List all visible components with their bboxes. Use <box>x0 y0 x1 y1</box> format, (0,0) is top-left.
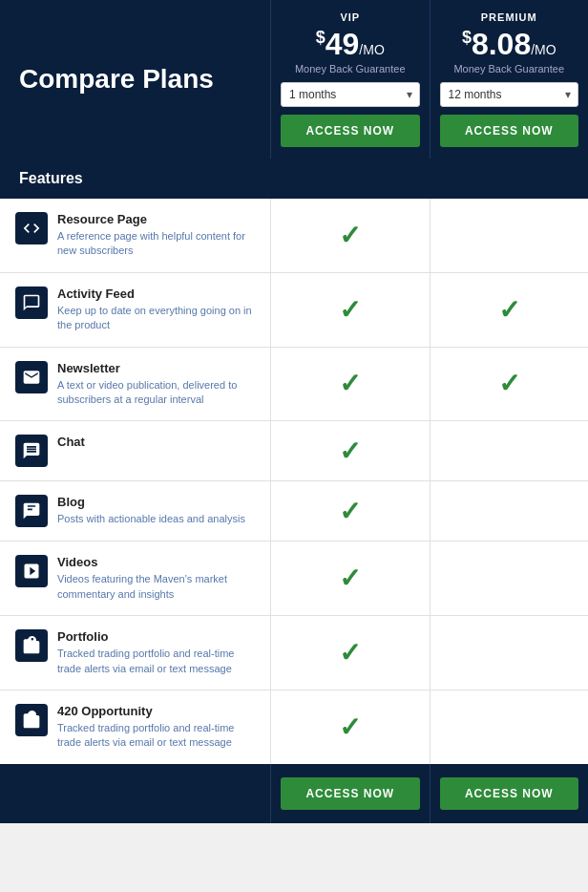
portfolio-icon <box>15 629 48 662</box>
check-icon: ✓ <box>339 563 361 594</box>
feature-info-portfolio: PortfolioTracked trading portfolio and r… <box>0 616 270 690</box>
videos-desc: Videos featuring the Maven's market comm… <box>57 572 255 602</box>
feature-row: Chat✓ <box>0 421 588 481</box>
resource-page-title: Resource Page <box>57 212 255 226</box>
resource-page-vip-check: ✓ <box>270 199 430 272</box>
vip-price-period: /MO <box>359 42 384 57</box>
blog-premium-check <box>430 481 589 541</box>
feature-row: Resource PageA reference page with helpf… <box>0 199 588 273</box>
feature-row: BlogPosts with actionable ideas and anal… <box>0 481 588 542</box>
feature-row: VideosVideos featuring the Maven's marke… <box>0 542 588 616</box>
premium-price-symbol: $ <box>462 28 472 47</box>
chat-title: Chat <box>57 435 255 449</box>
resource-page-icon <box>15 212 48 244</box>
feature-info-videos: VideosVideos featuring the Maven's marke… <box>0 542 270 615</box>
features-header: Features <box>0 159 588 199</box>
newsletter-desc: A text or video publication, delivered t… <box>57 378 255 408</box>
footer-left <box>0 764 270 823</box>
footer-vip-btn[interactable]: ACCESS NOW <box>281 777 420 810</box>
features-label: Features <box>19 170 83 186</box>
activity-feed-icon <box>15 287 48 319</box>
vip-access-btn[interactable]: ACCESS NOW <box>281 115 420 147</box>
activity-feed-premium-check: ✓ <box>430 273 589 347</box>
chat-vip-check: ✓ <box>270 421 430 480</box>
activity-feed-vip-check: ✓ <box>270 273 430 347</box>
newsletter-premium-check: ✓ <box>430 348 589 421</box>
check-icon: ✓ <box>339 368 361 399</box>
feature-info-newsletter: NewsletterA text or video publication, d… <box>0 348 270 421</box>
feature-info-chat: Chat <box>0 421 270 480</box>
activity-feed-title: Activity Feed <box>57 287 255 301</box>
vip-price: $49/MO <box>316 29 385 59</box>
premium-access-btn[interactable]: ACCESS NOW <box>440 115 579 147</box>
check-icon: ✓ <box>339 711 361 743</box>
420-opportunity-desc: Tracked trading portfolio and real-time … <box>57 721 255 751</box>
footer-premium-btn[interactable]: ACCESS NOW <box>440 777 579 810</box>
footer-premium-col: ACCESS NOW <box>430 764 589 823</box>
vip-money-back: Money Back Guarantee <box>295 63 406 74</box>
premium-price-period: /MO <box>531 42 556 57</box>
blog-title: Blog <box>57 495 255 509</box>
portfolio-vip-check: ✓ <box>270 616 430 690</box>
check-icon: ✓ <box>498 368 520 399</box>
portfolio-title: Portfolio <box>57 629 255 644</box>
resource-page-premium-check <box>430 199 589 272</box>
check-icon: ✓ <box>339 220 361 251</box>
footer-vip-col: ACCESS NOW <box>270 764 430 823</box>
feature-info-420-opportunity: 420 OpportunityTracked trading portfolio… <box>0 690 270 764</box>
chat-icon <box>15 435 48 467</box>
check-icon: ✓ <box>339 496 361 527</box>
newsletter-vip-check: ✓ <box>270 348 430 421</box>
check-icon: ✓ <box>498 294 520 326</box>
feature-info-blog: BlogPosts with actionable ideas and anal… <box>0 481 270 541</box>
premium-price: $8.08/MO <box>462 29 556 59</box>
vip-price-symbol: $ <box>316 28 326 47</box>
premium-label: PREMIUM <box>481 11 537 23</box>
check-icon: ✓ <box>339 637 361 669</box>
blog-icon <box>15 495 48 527</box>
portfolio-desc: Tracked trading portfolio and real-time … <box>57 647 255 676</box>
check-icon: ✓ <box>339 294 361 326</box>
feature-info-resource-page: Resource PageA reference page with helpf… <box>0 199 270 272</box>
420-opportunity-vip-check: ✓ <box>270 690 430 764</box>
videos-title: Videos <box>57 555 255 569</box>
premium-price-amount: 8.08 <box>472 27 531 61</box>
chat-premium-check <box>430 421 589 480</box>
videos-premium-check <box>430 542 589 615</box>
feature-row: NewsletterA text or video publication, d… <box>0 348 588 422</box>
420-opportunity-premium-check <box>430 690 589 764</box>
videos-vip-check: ✓ <box>270 542 430 615</box>
newsletter-icon <box>15 361 48 393</box>
blog-desc: Posts with actionable ideas and analysis <box>57 512 255 526</box>
feature-row: 420 OpportunityTracked trading portfolio… <box>0 690 588 764</box>
vip-price-amount: 49 <box>326 27 360 61</box>
blog-vip-check: ✓ <box>270 481 430 541</box>
420-opportunity-icon <box>15 704 48 736</box>
feature-row: Activity FeedKeep up to date on everythi… <box>0 273 588 348</box>
videos-icon <box>15 555 48 587</box>
vip-label: VIP <box>340 11 360 23</box>
premium-months-select[interactable]: 1 months 3 months 6 months 12 months <box>440 82 579 107</box>
page-title: Compare Plans <box>19 62 214 96</box>
newsletter-title: Newsletter <box>57 361 255 375</box>
portfolio-premium-check <box>430 616 589 690</box>
activity-feed-desc: Keep up to date on everything going on i… <box>57 304 255 333</box>
resource-page-desc: A reference page with helpful content fo… <box>57 229 255 259</box>
premium-money-back: Money Back Guarantee <box>453 63 564 74</box>
vip-months-select[interactable]: 1 months 3 months 6 months 12 months <box>281 82 420 107</box>
420-opportunity-title: 420 Opportunity <box>57 704 255 718</box>
feature-info-activity-feed: Activity FeedKeep up to date on everythi… <box>0 273 270 347</box>
feature-row: PortfolioTracked trading portfolio and r… <box>0 616 588 690</box>
check-icon: ✓ <box>339 435 361 467</box>
